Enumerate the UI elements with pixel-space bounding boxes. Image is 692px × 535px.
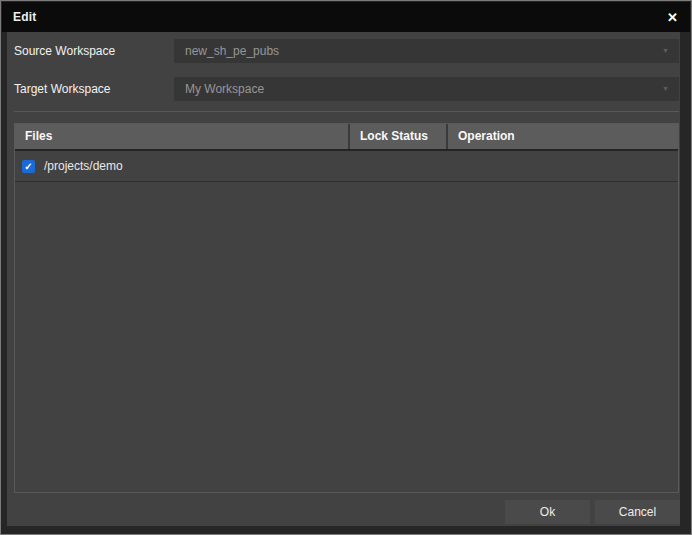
chevron-down-icon: ▼ <box>662 77 669 101</box>
row-checkbox[interactable]: ✓ <box>22 160 35 173</box>
close-icon[interactable]: ✕ <box>667 11 678 24</box>
column-header-operation[interactable]: Operation <box>448 124 678 149</box>
dialog-title: Edit <box>13 10 36 24</box>
title-bar: Edit ✕ <box>2 2 690 32</box>
source-workspace-label: Source Workspace <box>14 44 115 58</box>
section-separator <box>14 111 679 112</box>
cancel-button[interactable]: Cancel <box>595 500 680 524</box>
target-workspace-dropdown[interactable]: My Workspace ▼ <box>174 77 679 101</box>
files-table: Files Lock Status Operation ✓ /projects/… <box>14 123 679 493</box>
ok-button[interactable]: Ok <box>505 500 590 524</box>
target-workspace-value: My Workspace <box>185 82 264 96</box>
edit-dialog-window: Edit ✕ Source Workspace new_sh_pe_pubs ▼… <box>0 0 692 535</box>
column-header-files[interactable]: Files <box>15 124 350 149</box>
dialog-content: Source Workspace new_sh_pe_pubs ▼ Target… <box>7 32 680 526</box>
chevron-down-icon: ▼ <box>662 39 669 63</box>
column-header-lock-status[interactable]: Lock Status <box>350 124 448 149</box>
target-workspace-label: Target Workspace <box>14 82 111 96</box>
source-workspace-value: new_sh_pe_pubs <box>185 44 279 58</box>
table-row[interactable]: ✓ /projects/demo <box>15 151 678 182</box>
file-path-cell: /projects/demo <box>44 159 123 173</box>
table-header-row: Files Lock Status Operation <box>15 124 678 151</box>
source-workspace-dropdown[interactable]: new_sh_pe_pubs ▼ <box>174 39 679 63</box>
